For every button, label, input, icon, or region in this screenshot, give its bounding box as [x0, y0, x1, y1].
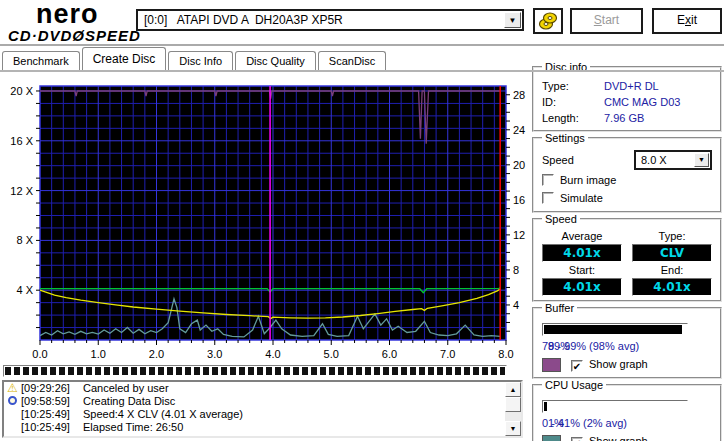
scroll-up-icon[interactable]: ▲: [505, 382, 521, 397]
log-row[interactable]: [10:25:49] Speed:4 X CLV (4.01 X average…: [4, 408, 521, 421]
svg-text:8: 8: [513, 264, 519, 276]
disc-type-value: DVD+R DL: [604, 78, 659, 94]
log-time: [10:25:49]: [21, 421, 83, 434]
warning-icon: ⚠: [7, 381, 18, 395]
svg-text:12: 12: [513, 229, 525, 241]
svg-text:20: 20: [513, 159, 525, 171]
write-progress-fill: [5, 367, 505, 375]
disc-status-icon: [8, 396, 17, 405]
tab-bar: Benchmark Create Disc Disc Info Disc Qua…: [2, 48, 388, 70]
type-label: Type:: [632, 230, 712, 242]
log-text: Speed:4 X CLV (4.01 X average): [83, 408, 243, 421]
burn-image-label: Burn image: [560, 174, 616, 186]
svg-text:20 X: 20 X: [10, 85, 33, 97]
buffer-color-swatch: [542, 358, 561, 372]
log-text: Canceled by user: [83, 382, 169, 395]
group-title: Settings: [542, 132, 588, 144]
buffer-meter-fill: [544, 325, 682, 334]
svg-text:7.0: 7.0: [440, 348, 455, 360]
tab-disc-info[interactable]: Disc Info: [168, 51, 233, 70]
log-time: [09:29:26]: [21, 382, 83, 395]
svg-text:4 X: 4 X: [16, 284, 33, 296]
log-text: Creating Data Disc: [83, 395, 175, 408]
header-divider: [0, 44, 724, 46]
group-title: Speed: [542, 213, 580, 225]
scroll-down-icon[interactable]: ▼: [505, 421, 521, 436]
cpu-show-graph-label: Show graph: [589, 435, 648, 441]
speed-group: Speed Average Type: 4.01x CLV Start: End…: [532, 218, 722, 302]
svg-text:1.0: 1.0: [91, 348, 106, 360]
exit-button[interactable]: Exit: [652, 8, 722, 34]
tab-disc-quality[interactable]: Disc Quality: [235, 51, 316, 70]
speed-type-display: CLV: [632, 244, 712, 262]
tab-scandisc[interactable]: ScanDisc: [318, 51, 386, 70]
buffer-range: 78 - 99% (98% avg): [542, 337, 712, 355]
svg-text:28: 28: [513, 89, 525, 101]
log-time: [09:58:59]: [21, 395, 83, 408]
svg-text:8.0: 8.0: [498, 348, 513, 360]
disc-type-label: Type:: [542, 78, 604, 94]
end-speed-display: 4.01x: [632, 278, 712, 296]
svg-text:4: 4: [513, 299, 519, 311]
cpu-show-graph-checkbox[interactable]: [571, 437, 583, 441]
speed-select[interactable]: 8.0 X ▼: [634, 150, 712, 170]
svg-text:2.0: 2.0: [149, 348, 164, 360]
simulate-label: Simulate: [560, 192, 603, 204]
burn-image-checkbox[interactable]: [542, 174, 554, 186]
average-label: Average: [542, 230, 622, 242]
svg-text:16 X: 16 X: [10, 135, 33, 147]
disc-length-label: Length:: [542, 110, 604, 126]
status-log-list[interactable]: ⚠ [09:29:26] Canceled by user [09:58:59]…: [2, 380, 523, 438]
log-text: Elapsed Time: 26:50: [83, 421, 183, 434]
discs-icon: [537, 11, 559, 31]
svg-text:4.0: 4.0: [265, 348, 280, 360]
svg-text:16: 16: [513, 194, 525, 206]
cpu-color-swatch: [542, 435, 561, 441]
disc-id-value: CMC MAG D03: [604, 94, 680, 110]
average-speed-display: 4.01x: [542, 244, 622, 262]
svg-text:3.0: 3.0: [207, 348, 222, 360]
cpu-meter: [542, 400, 688, 413]
svg-text:5.0: 5.0: [324, 348, 339, 360]
side-panel: Disc info Type:DVD+R DL ID:CMC MAG D03 L…: [532, 66, 722, 441]
log-row[interactable]: ⚠ [09:29:26] Canceled by user: [4, 382, 521, 395]
disc-length-value: 7.96 GB: [604, 110, 644, 126]
svg-text:12 X: 12 X: [10, 185, 33, 197]
drive-select-value: [0:0] ATAPI DVD A DH20A3P XP5R: [138, 13, 504, 27]
buffer-group: Buffer 99% 78 - 99% (98% avg) Show graph: [532, 307, 722, 379]
burn-speed-graph: 20 X16 X12 X8 X4 X2824201612840.01.02.03…: [0, 72, 530, 364]
start-speed-display: 4.01x: [542, 278, 622, 296]
buffer-show-graph-label: Show graph: [589, 358, 648, 370]
group-title: CPU Usage: [542, 379, 606, 391]
svg-text:0.0: 0.0: [32, 348, 47, 360]
log-row[interactable]: [09:58:59] Creating Data Disc: [4, 395, 521, 408]
speed-setting-label: Speed: [542, 152, 634, 168]
end-speed-label: End:: [632, 264, 712, 276]
svg-text:24: 24: [513, 124, 525, 136]
cpu-range: 0 - 41% (2% avg): [542, 414, 712, 432]
log-row[interactable]: [10:25:49] Elapsed Time: 26:50: [4, 421, 521, 434]
start-button[interactable]: Start: [570, 8, 643, 34]
scrollbar-thumb[interactable]: [505, 397, 521, 412]
settings-group: Settings Speed 8.0 X ▼ Burn image Simula…: [532, 137, 722, 213]
simulate-checkbox[interactable]: [542, 192, 554, 204]
tab-create-disc[interactable]: Create Disc: [82, 47, 167, 70]
log-scrollbar[interactable]: ▲ ▼: [505, 382, 521, 436]
tab-benchmark[interactable]: Benchmark: [2, 51, 80, 70]
group-title: Buffer: [542, 302, 577, 314]
disc-id-label: ID:: [542, 94, 604, 110]
eject-discs-button[interactable]: [533, 8, 563, 34]
svg-text:6.0: 6.0: [382, 348, 397, 360]
speed-select-value: 8.0 X: [636, 152, 694, 168]
write-progress-bar: [3, 365, 507, 377]
chevron-down-icon[interactable]: ▼: [504, 12, 521, 28]
disc-info-group: Disc info Type:DVD+R DL ID:CMC MAG D03 L…: [532, 66, 722, 132]
start-speed-label: Start:: [542, 264, 622, 276]
chevron-down-icon[interactable]: ▼: [694, 153, 709, 167]
svg-text:8 X: 8 X: [16, 234, 33, 246]
cpu-usage-group: CPU Usage 1% 0 - 41% (2% avg) Show graph: [532, 384, 722, 441]
buffer-show-graph-checkbox[interactable]: [571, 360, 583, 372]
drive-select[interactable]: [0:0] ATAPI DVD A DH20A3P XP5R ▼: [136, 9, 524, 31]
buffer-meter: [542, 323, 688, 336]
tab-panel-divider: [0, 70, 724, 72]
